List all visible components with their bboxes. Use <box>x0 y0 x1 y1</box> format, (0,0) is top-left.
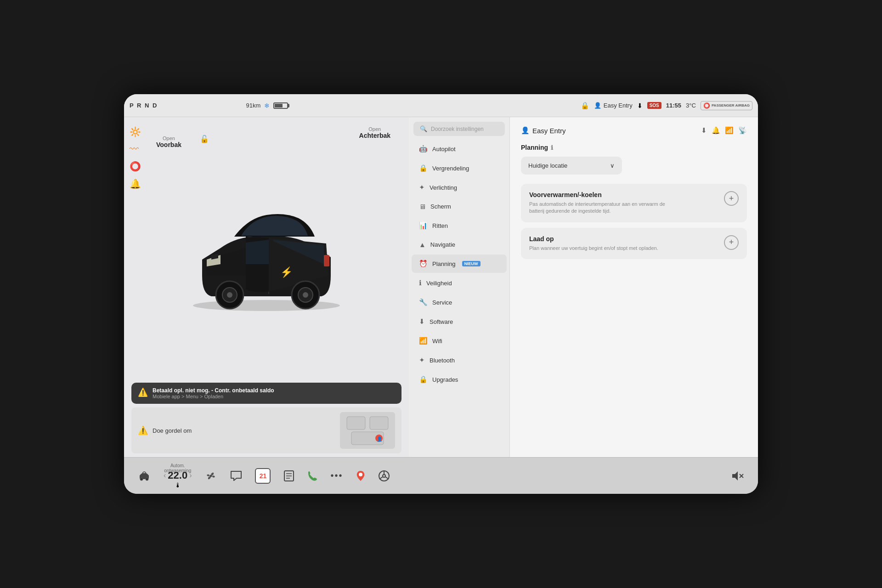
svg-point-16 <box>210 475 212 477</box>
seat-thumbnail: 👤 <box>340 412 395 449</box>
nav-item-scherm[interactable]: 🖥 Scherm <box>412 198 507 215</box>
warning-main-text: Betaald opl. niet mog. - Contr. onbetaal… <box>153 387 274 394</box>
nav-item-autopilot[interactable]: 🤖 Autopilot <box>412 140 507 158</box>
screen-icon: 🖥 <box>419 203 426 210</box>
planning-icon: ⏰ <box>419 260 428 268</box>
seatbelt-warning-icon: ⚠️ <box>138 425 148 435</box>
seatbelt-text: Doe gordel om <box>153 427 192 434</box>
nav-item-ritten[interactable]: 📊 Ritten <box>412 216 507 235</box>
settings-nav: 🔍 Doorzoek instellingen 🤖 Autopilot 🔒 Ve… <box>409 117 510 457</box>
nav-icon: ▲ <box>419 241 426 249</box>
person-icon-header: 👤 <box>521 126 530 135</box>
battery-indicator <box>273 102 288 109</box>
header-icons: ⬇ 🔔 📶 📡 <box>701 126 747 135</box>
nav-item-bluetooth[interactable]: ✦ Bluetooth <box>412 351 507 369</box>
svg-rect-10 <box>370 417 388 430</box>
steering-wheel-icon <box>378 470 390 482</box>
chat-icon <box>230 470 242 481</box>
main-area: 🔆 〰 ⭕ 🔔 Open Voorbak 🔓 <box>124 117 758 457</box>
car-container: Open Voorbak 🔓 Open Achterbak <box>124 117 409 379</box>
nav-item-vergrendeling[interactable]: 🔒 Vergrendeling <box>412 159 507 177</box>
location-pin-icon <box>356 470 365 482</box>
snowflake-icon: ❄ <box>264 102 270 109</box>
bell-icon: 🔔 <box>712 126 720 135</box>
signal-icon: 📡 <box>738 126 747 135</box>
nav-item-service[interactable]: 🔧 Service <box>412 293 507 311</box>
bluetooth-icon: ✦ <box>419 356 425 364</box>
right-panel: 🔍 Doorzoek instellingen 🤖 Autopilot 🔒 Ve… <box>409 117 758 457</box>
search-placeholder: Doorzoek instellingen <box>431 126 484 132</box>
feature1-add-button[interactable]: + <box>724 191 739 206</box>
open-voorbak-label[interactable]: Open Voorbak <box>156 136 181 148</box>
screen-bezel: P R N D 91km ❄ 🔒 👤 Easy Entry ⬇ SOS 11:5… <box>124 94 758 494</box>
location-dropdown[interactable]: Huidige locatie ∨ <box>521 157 622 175</box>
nav-item-wifi[interactable]: 📶 Wifi <box>412 332 507 350</box>
autom-label: Autom. ontwaseming <box>164 463 192 473</box>
sos-badge[interactable]: SOS <box>647 102 662 109</box>
nav-item-navigatie[interactable]: ▲ Navigatie <box>412 236 507 254</box>
car-illustration: ⚡ <box>175 184 358 312</box>
fan-icon <box>204 469 217 482</box>
nav-item-software[interactable]: ⬇ Software <box>412 312 507 331</box>
nav-item-planning[interactable]: ⏰ Planning NIEUW <box>412 254 507 273</box>
svg-point-8 <box>303 292 308 298</box>
service-icon: 🔧 <box>419 298 428 306</box>
volume-mute-icon <box>731 470 744 481</box>
phone-icon <box>307 470 317 481</box>
screen-content: P R N D 91km ❄ 🔒 👤 Easy Entry ⬇ SOS 11:5… <box>124 94 758 494</box>
easy-entry-status[interactable]: 👤 Easy Entry <box>594 102 633 109</box>
feature2-title: Laad op <box>529 235 658 243</box>
nav-label-veiligheid: Veiligheid <box>426 280 452 287</box>
taskbar-phone-button[interactable] <box>307 470 317 481</box>
light-icon: ✦ <box>419 183 425 192</box>
feature1-title: Voorverwarmen/-koelen <box>529 191 676 198</box>
temp-unit-icon: 🌡 <box>175 481 181 489</box>
screen-taskbar: Autom. ontwaseming ‹ 22.0 › 🌡 <box>124 457 758 494</box>
notes-icon <box>283 470 294 482</box>
search-box[interactable]: 🔍 Doorzoek instellingen <box>413 122 505 136</box>
taskbar-chat-button[interactable] <box>230 470 242 481</box>
more-dots-icon: ••• <box>330 470 343 481</box>
nav-item-verlichting[interactable]: ✦ Verlichting <box>412 178 507 197</box>
nav-label-upgrades: Upgrades <box>432 376 458 383</box>
nav-item-veiligheid[interactable]: ℹ Veiligheid <box>412 274 507 292</box>
upgrades-icon: 🔒 <box>419 375 428 384</box>
download-icon-top: ⬇ <box>637 102 643 109</box>
top-bar-center: 91km ❄ <box>246 102 288 109</box>
nav-label-bluetooth: Bluetooth <box>430 357 455 364</box>
new-badge: NIEUW <box>462 261 481 266</box>
warning-banner: ⚠️ Betaald opl. niet mog. - Contr. onbet… <box>131 383 401 404</box>
settings-content-header: 👤 Easy Entry ⬇ 🔔 📶 📡 <box>521 126 747 135</box>
nav-label-autopilot: Autopilot <box>432 146 456 153</box>
warning-text: Betaald opl. niet mog. - Contr. onbetaal… <box>153 387 274 399</box>
open-achterbak-label[interactable]: Open Achterbak <box>359 126 390 139</box>
safety-icon: ℹ <box>419 279 422 287</box>
settings-title-text: Easy Entry <box>532 127 566 135</box>
svg-point-21 <box>359 473 362 476</box>
settings-title: 👤 Easy Entry <box>521 126 566 135</box>
software-icon: ⬇ <box>419 317 425 326</box>
taskbar-fan-button[interactable] <box>204 469 217 482</box>
warning-sub-text: Mobiele app > Menu > Opladen <box>153 394 274 399</box>
taskbar-temp-area[interactable]: Autom. ontwaseming ‹ 22.0 › 🌡 <box>164 463 192 489</box>
taskbar-volume-button[interactable] <box>731 470 744 481</box>
taskbar-car-button[interactable] <box>138 471 151 481</box>
taskbar-more-button[interactable]: ••• <box>330 470 343 481</box>
nav-label-planning: Planning <box>432 260 456 267</box>
taskbar-steering-button[interactable] <box>378 470 390 482</box>
taskbar-calendar-button[interactable]: 21 <box>255 468 271 484</box>
svg-point-23 <box>383 475 385 477</box>
feature2-desc: Plan wanneer uw voertuig begint en/of st… <box>529 245 658 252</box>
feature1-desc: Pas automatisch de interieurtemperatuur … <box>529 201 676 215</box>
download-icon-header: ⬇ <box>701 126 707 135</box>
taskbar-location-button[interactable] <box>356 470 365 482</box>
feature2-add-button[interactable]: + <box>724 235 739 250</box>
svg-point-14 <box>140 478 143 481</box>
wireless-icon: 📶 <box>725 126 734 135</box>
left-panel: 🔆 〰 ⭕ 🔔 Open Voorbak 🔓 <box>124 117 409 457</box>
wifi-icon: 📶 <box>419 337 428 345</box>
nav-item-upgrades[interactable]: 🔒 Upgrades <box>412 370 507 389</box>
range-display: 91km <box>246 102 260 109</box>
taskbar-notes-button[interactable] <box>283 470 294 482</box>
planning-section: Planning ℹ Huidige locatie ∨ <box>521 144 747 175</box>
